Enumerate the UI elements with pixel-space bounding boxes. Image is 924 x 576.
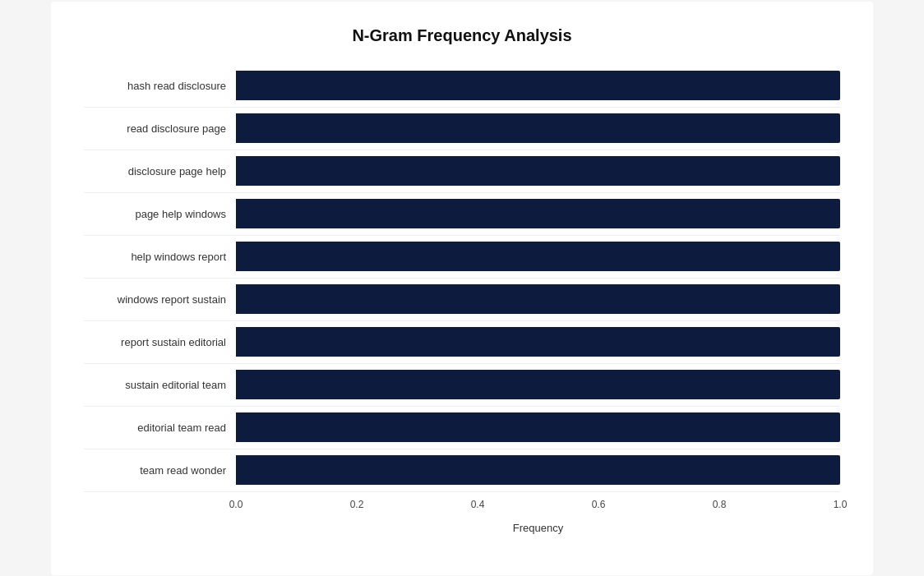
x-tick: 0.2: [350, 499, 364, 510]
bar-track: [236, 71, 840, 100]
bar-fill: [236, 156, 840, 186]
bar-track: [236, 370, 840, 399]
bar-track: [236, 156, 840, 186]
bar-row: editorial team read: [84, 407, 840, 449]
bar-fill: [236, 71, 840, 100]
bar-track: [236, 412, 840, 442]
chart-title: N-Gram Frequency Analysis: [84, 26, 840, 45]
bar-fill: [236, 370, 840, 399]
bar-label: disclosure page help: [84, 165, 236, 177]
x-axis-inner: 0.00.20.40.60.81.0: [236, 499, 840, 518]
bar-row: report sustain editorial: [84, 321, 840, 364]
bar-label: page help windows: [84, 208, 236, 220]
bar-track: [236, 327, 840, 357]
bar-fill: [236, 199, 840, 228]
bar-row: windows report sustain: [84, 279, 840, 321]
bar-track: [236, 242, 840, 271]
x-axis-label: Frequency: [84, 522, 840, 534]
chart-container: N-Gram Frequency Analysis hash read disc…: [51, 2, 873, 575]
bar-row: hash read disclosure: [84, 65, 840, 108]
bar-fill: [236, 412, 840, 442]
bar-track: [236, 199, 840, 228]
x-tick: 0.6: [592, 499, 606, 510]
bar-label: report sustain editorial: [84, 336, 236, 348]
bar-row: page help windows: [84, 193, 840, 236]
bar-fill: [236, 327, 840, 357]
bar-label: help windows report: [84, 251, 236, 263]
bar-row: disclosure page help: [84, 150, 840, 193]
bar-track: [236, 284, 840, 314]
bar-track: [236, 455, 840, 485]
bar-row: sustain editorial team: [84, 364, 840, 407]
x-tick: 0.4: [471, 499, 485, 510]
bar-row: help windows report: [84, 236, 840, 279]
chart-area: hash read disclosureread disclosure page…: [84, 65, 840, 492]
bar-fill: [236, 113, 840, 143]
bar-label: editorial team read: [84, 422, 236, 434]
bar-fill: [236, 455, 840, 485]
bar-label: read disclosure page: [84, 122, 236, 135]
bar-row: team read wonder: [84, 449, 840, 492]
bar-fill: [236, 242, 840, 271]
x-tick: 0.8: [713, 499, 727, 510]
bar-fill: [236, 284, 840, 314]
x-axis: 0.00.20.40.60.81.0: [84, 499, 840, 518]
bar-label: team read wonder: [84, 464, 236, 477]
x-tick: 0.0: [229, 499, 243, 510]
bar-label: sustain editorial team: [84, 379, 236, 391]
bar-label: hash read disclosure: [84, 80, 236, 92]
x-tick: 1.0: [834, 499, 848, 510]
bar-track: [236, 113, 840, 143]
bar-label: windows report sustain: [84, 293, 236, 306]
bar-row: read disclosure page: [84, 108, 840, 150]
